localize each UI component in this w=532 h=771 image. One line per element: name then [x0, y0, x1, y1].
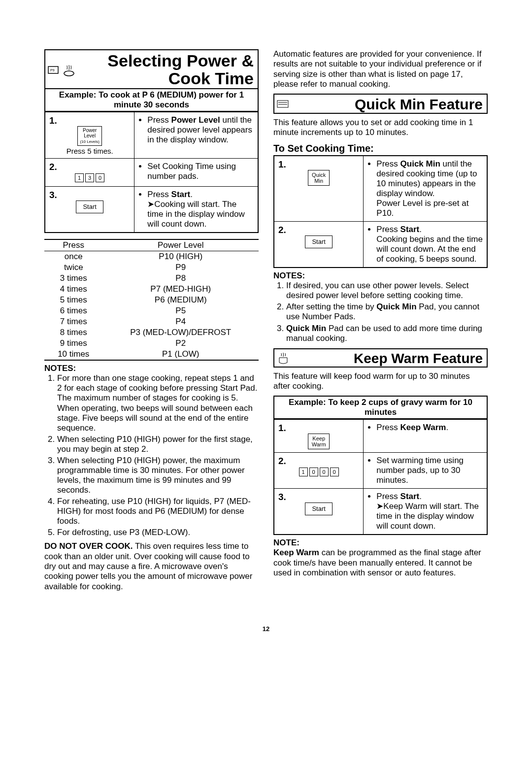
- quickmin-subheading: To Set Cooking Time:: [273, 143, 488, 154]
- table-row: 5 timesP6 (MEDIUM): [44, 295, 259, 305]
- note-item: Quick Min Pad can be used to add more ti…: [286, 324, 488, 343]
- qm-step1-text: Press Quick Min until the desired cookin…: [364, 156, 487, 222]
- svg-rect-3: [277, 101, 288, 107]
- table-row: onceP10 (HIGH): [44, 251, 259, 263]
- step2-text: Set Cooking Time using number pads.: [134, 159, 258, 187]
- qm-step2-cell: 2. Start: [274, 222, 364, 268]
- display-icon: P9: [47, 64, 61, 77]
- table-row: 9 timesP2: [44, 338, 259, 349]
- power-level-button: PowerLevel(10 Levels): [77, 126, 102, 146]
- keepwarm-intro: This feature will keep food warm for up …: [273, 371, 488, 392]
- step1-cell: 1. PowerLevel(10 Levels) Press 5 times.: [45, 112, 134, 159]
- steps-table-quickmin: 1. QuickMin Press Quick Min until the de…: [273, 155, 488, 268]
- press-caption: Press 5 times.: [66, 147, 113, 155]
- notes-label: NOTES:: [44, 364, 259, 373]
- quickmin-icon: [276, 98, 290, 111]
- steps-table-keepwarm: 1. KeepWarm Press Keep Warm. 2. 1 0 0 0 …: [273, 419, 488, 536]
- manual-page: P9 Selecting Power & Cook Time Example: …: [0, 0, 532, 625]
- step3-cell: 3. Start: [45, 187, 134, 233]
- digit-1: 1: [75, 173, 84, 182]
- note-label: NOTE:: [273, 538, 488, 548]
- quick-min-button: QuickMin: [308, 170, 330, 186]
- number-pads: 1 3 0: [75, 173, 104, 182]
- notes-label: NOTES:: [273, 271, 488, 281]
- left-column: P9 Selecting Power & Cook Time Example: …: [44, 49, 259, 596]
- kw-step1-text: Press Keep Warm.: [364, 419, 487, 452]
- table-row: 4 timesP7 (MED-HIGH): [44, 284, 259, 295]
- digit-3: 3: [85, 173, 94, 182]
- step1-text: Press Power Level until the desired powe…: [134, 112, 258, 159]
- step3-text: Press Start.➤Cooking will start. The tim…: [134, 187, 258, 233]
- quickmin-notes: If desired, you can use other power leve…: [273, 281, 488, 343]
- svg-text:P9: P9: [50, 68, 55, 72]
- digit-0: 0: [96, 173, 104, 182]
- section-title: Selecting Power & Cook Time: [76, 52, 254, 87]
- note-item: When selecting P10 (HIGH) power for the …: [57, 435, 259, 454]
- notes-list: For more than one stage cooking, repeat …: [44, 373, 259, 537]
- keepwarm-note: Keep Warm can be programmed as the final…: [273, 548, 488, 578]
- start-button: Start: [76, 201, 103, 213]
- note-item: If desired, you can use other power leve…: [286, 281, 488, 301]
- note-item: For more than one stage cooking, repeat …: [57, 373, 259, 433]
- keepwarm-icon: [276, 352, 290, 366]
- start-button: Start: [305, 235, 332, 248]
- qm-step1-cell: 1. QuickMin: [274, 156, 364, 222]
- table-row: 8 timesP3 (MED-LOW)/DEFROST: [44, 327, 259, 338]
- table-row: 7 timesP4: [44, 316, 259, 327]
- note-item: For defrosting, use P3 (MED-LOW).: [57, 528, 259, 537]
- note-item: When selecting P10 (HIGH) power, the max…: [57, 456, 259, 495]
- right-column: Automatic features are provided for your…: [273, 49, 488, 596]
- number-pads: 1 0 0 0: [299, 468, 339, 476]
- page-number: 12: [0, 625, 532, 652]
- section-header-keep-warm: Keep Warm Feature: [273, 348, 488, 368]
- example-label: Example: To cook at P 6 (MEDIUM) power f…: [44, 89, 259, 112]
- steam-icon: [62, 64, 76, 77]
- do-not-overcook: DO NOT OVER COOK. This oven requires les…: [44, 541, 259, 592]
- section-title: Keep Warm Feature: [290, 351, 483, 366]
- keepwarm-example: Example: To keep 2 cups of gravy warm fo…: [273, 396, 488, 419]
- svg-point-2: [64, 71, 74, 76]
- section-header-power-cook: P9 Selecting Power & Cook Time: [44, 49, 259, 89]
- table-row: twiceP9: [44, 262, 259, 273]
- kw-step3-cell: 3. Start: [274, 489, 364, 535]
- note-item: After setting the time by Quick Min Pad,…: [286, 302, 488, 322]
- section-title: Quick Min Feature: [290, 97, 483, 112]
- digit-0: 0: [320, 468, 329, 476]
- power-level-table: PressPower Level onceP10 (HIGH) twiceP9 …: [44, 239, 259, 361]
- steps-table-power: 1. PowerLevel(10 Levels) Press 5 times. …: [44, 112, 259, 233]
- kw-step2-text: Set warming time using number pads, up t…: [364, 452, 487, 488]
- start-button: Start: [305, 503, 332, 515]
- keep-warm-button: KeepWarm: [308, 434, 330, 449]
- table-row: 6 timesP5: [44, 305, 259, 316]
- table-row: 3 timesP8: [44, 273, 259, 284]
- qm-step2-text: Press Start.Cooking begins and the time …: [364, 222, 487, 268]
- pl-head-press: Press: [44, 239, 103, 251]
- digit-1: 1: [299, 468, 308, 476]
- step2-cell: 2. 1 3 0: [45, 159, 134, 187]
- kw-step3-text: Press Start.➤Keep Warm will start. The t…: [364, 489, 487, 535]
- table-row: 10 timesP1 (LOW): [44, 349, 259, 360]
- auto-paragraph: Automatic features are provided for your…: [273, 49, 488, 90]
- note-item: For reheating, use P10 (HIGH) for liquid…: [57, 497, 259, 526]
- kw-step2-cell: 2. 1 0 0 0: [274, 452, 364, 488]
- quickmin-intro: This feature allows you to set or add co…: [273, 118, 488, 138]
- digit-0: 0: [309, 468, 318, 476]
- pl-head-level: Power Level: [103, 239, 259, 251]
- section-header-quick-min: Quick Min Feature: [273, 94, 488, 114]
- digit-0: 0: [330, 468, 339, 476]
- kw-step1-cell: 1. KeepWarm: [274, 419, 364, 452]
